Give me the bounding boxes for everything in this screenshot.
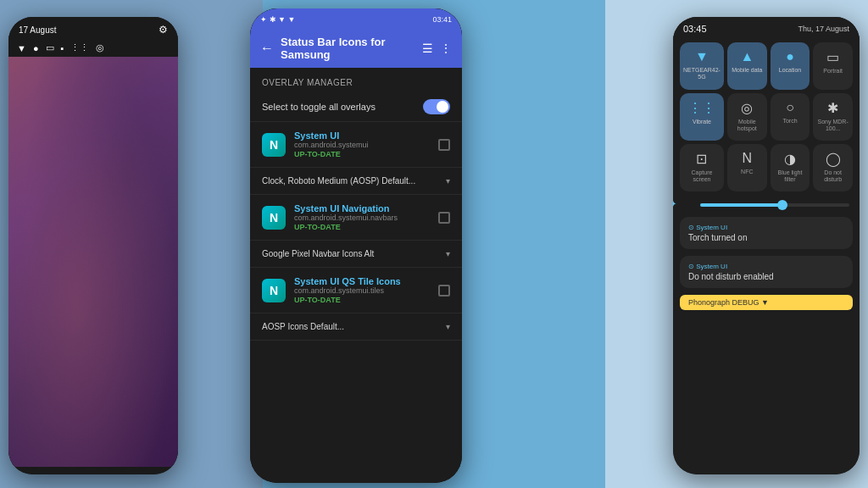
screenshot-qs-label: Capture screen xyxy=(683,169,721,184)
tiles-icon: N xyxy=(262,279,286,302)
wifi-icon: ▼ xyxy=(17,43,26,53)
mobile-qs-label: Mobile data xyxy=(732,67,762,74)
bottom-bar-label: Phonograph DEBUG ▼ xyxy=(688,298,769,307)
overlay-item-systemui: N System UI com.android.systemui UP-TO-D… xyxy=(250,122,462,168)
vibrate-icon: ⋮⋮ xyxy=(70,42,89,53)
center-toolbar: ← Status Bar Icons for Samsung ☰ ⋮ xyxy=(250,29,462,68)
battery-icon: ▪ xyxy=(61,43,64,53)
qs-tile-dnd[interactable]: ◯ Do not disturb xyxy=(813,144,853,191)
tablet-icon: ▭ xyxy=(46,42,54,53)
brightness-thumb[interactable] xyxy=(777,200,787,210)
torch-qs-label: Torch xyxy=(782,118,797,125)
left-status-bar: 17 August ⚙ xyxy=(8,17,178,39)
navbars-icon: N xyxy=(262,206,286,230)
qs-tile-bluelight[interactable]: ◑ Blue light filter xyxy=(771,144,810,191)
phone-right: 03:45 Thu, 17 August ▼ NETGEAR42-5G ▲ Mo… xyxy=(673,17,860,474)
systemui-info: System UI com.android.systemui UP-TO-DAT… xyxy=(294,130,430,158)
tiles-name: System UI QS Tile Icons xyxy=(294,276,430,286)
tiles-dropdown[interactable]: AOSP Icons Default... ▾ xyxy=(250,313,462,341)
navbars-dropdown-label: Google Pixel Navbar Icons Alt xyxy=(262,249,374,258)
wifi-qs-icon: ▼ xyxy=(695,49,709,64)
qs-tile-bluetooth[interactable]: ✱ Sony MDR-100... xyxy=(813,93,853,141)
bottom-bar[interactable]: Phonograph DEBUG ▼ xyxy=(680,295,853,310)
notif-torch-msg: Torch turned on xyxy=(688,233,844,242)
portrait-qs-label: Portrait xyxy=(823,68,843,75)
back-button[interactable]: ← xyxy=(260,41,274,56)
brightness-fill xyxy=(700,203,782,207)
navbars-dropdown[interactable]: Google Pixel Navbar Icons Alt ▾ xyxy=(250,241,462,268)
qs-tile-hotspot[interactable]: ◎ Mobile hotspot xyxy=(727,93,767,141)
qs-tile-location[interactable]: ● Location xyxy=(771,42,810,90)
systemui-status: UP-TO-DATE xyxy=(294,150,430,158)
qs-tile-mobile[interactable]: ▲ Mobile data xyxy=(727,42,767,90)
vibrate-qs-label: Vibrate xyxy=(693,119,711,125)
bluelight-qs-label: Blue light filter xyxy=(774,169,807,184)
notif-dnd-msg: Do not disturb enabled xyxy=(688,272,844,281)
systemui-dropdown-label: Clock, Roboto Medium (AOSP) Default... xyxy=(262,176,415,186)
qs-tile-portrait[interactable]: ▭ Portrait xyxy=(813,42,853,90)
location-qs-label: Location xyxy=(779,67,801,74)
phone-right-screen: 03:45 Thu, 17 August ▼ NETGEAR42-5G ▲ Mo… xyxy=(673,17,860,474)
bluetooth-qs-label: Sony MDR-100... xyxy=(816,119,849,133)
right-date: Thu, 17 August xyxy=(798,25,849,33)
nfc-qs-icon: N xyxy=(743,151,753,166)
right-time: 03:45 xyxy=(683,24,707,34)
tiles-dropdown-label: AOSP Icons Default... xyxy=(262,322,344,331)
navbars-name: System UI Navigation xyxy=(294,203,430,214)
navbars-checkbox[interactable] xyxy=(438,212,450,224)
tiles-status: UP-TO-DATE xyxy=(294,296,430,304)
tiles-pkg: com.android.systemui.tiles xyxy=(294,286,430,295)
toolbar-title: Status Bar Icons for Samsung xyxy=(281,36,415,61)
systemui-dropdown[interactable]: Clock, Roboto Medium (AOSP) Default... ▾ xyxy=(250,168,462,195)
screenshot-qs-icon: ⊡ xyxy=(696,151,707,167)
systemui-checkbox[interactable] xyxy=(438,139,450,151)
bluelight-qs-icon: ◑ xyxy=(784,151,796,167)
dnd-qs-label: Do not disturb xyxy=(816,169,849,184)
notification-dnd: ⊙ System UI Do not disturb enabled xyxy=(680,256,853,288)
brightness-row[interactable]: ✦ xyxy=(673,197,860,214)
section-header: OVERLAY MANAGER xyxy=(250,68,462,92)
more-icon[interactable]: ⋮ xyxy=(440,42,452,55)
qs-tile-vibrate[interactable]: ⋮⋮ Vibrate xyxy=(680,93,724,141)
overlay-item-navbars: N System UI Navigation com.android.syste… xyxy=(250,195,462,241)
toggle-all-label: Select to toggle all overlays xyxy=(262,102,376,112)
systemui-pkg: com.android.systemui xyxy=(294,141,430,149)
systemui-dropdown-arrow: ▾ xyxy=(446,176,450,186)
qs-tile-torch[interactable]: ○ Torch xyxy=(771,93,810,141)
brightness-bar xyxy=(700,203,849,207)
phone-left: 17 August ⚙ ▼ ● ▭ ▪ ⋮⋮ ◎ xyxy=(8,17,178,474)
qs-grid: ▼ NETGEAR42-5G ▲ Mobile data ● Location … xyxy=(673,37,860,197)
notification-torch: ⊙ System UI Torch turned on xyxy=(680,217,853,249)
wifi-qs-label: NETGEAR42-5G xyxy=(683,67,721,81)
location-qs-icon: ● xyxy=(786,49,794,64)
portrait-qs-icon: ▭ xyxy=(826,49,839,65)
navbars-pkg: com.android.systemui.navbars xyxy=(294,214,430,222)
qs-tile-nfc[interactable]: N NFC xyxy=(727,144,767,191)
navbars-status: UP-TO-DATE xyxy=(294,223,430,231)
systemui-icon: N xyxy=(262,133,286,157)
notif-torch-source: ⊙ System UI xyxy=(688,224,844,231)
gear-icon: ⚙ xyxy=(159,24,168,36)
phone-center: ✦ ✱ ▼ ▼ 03:41 ← Status Bar Icons for Sam… xyxy=(250,8,462,483)
overlay-item-tiles: N System UI QS Tile Icons com.android.sy… xyxy=(250,268,462,313)
phone-center-screen: ✦ ✱ ▼ ▼ 03:41 ← Status Bar Icons for Sam… xyxy=(250,8,462,483)
hotspot-qs-icon: ◎ xyxy=(741,100,753,116)
tiles-info: System UI QS Tile Icons com.android.syst… xyxy=(294,276,430,304)
toggle-all-row[interactable]: Select to toggle all overlays xyxy=(250,92,462,122)
center-content: OVERLAY MANAGER Select to toggle all ove… xyxy=(250,68,462,483)
center-status-bar: ✦ ✱ ▼ ▼ 03:41 xyxy=(250,8,462,29)
phone-left-screen: 17 August ⚙ ▼ ● ▭ ▪ ⋮⋮ ◎ xyxy=(8,17,178,474)
tiles-checkbox[interactable] xyxy=(438,285,450,297)
systemui-name: System UI xyxy=(294,130,430,141)
qs-tile-wifi[interactable]: ▼ NETGEAR42-5G xyxy=(680,42,724,90)
navbars-dropdown-arrow: ▾ xyxy=(446,249,450,258)
list-icon[interactable]: ☰ xyxy=(422,42,433,55)
hotspot-icon: ◎ xyxy=(96,42,104,53)
notif-dnd-source: ⊙ System UI xyxy=(688,263,844,270)
dnd-qs-icon: ◯ xyxy=(826,151,841,167)
brightness-icon: ✦ xyxy=(673,199,676,208)
qs-tile-screenshot[interactable]: ⊡ Capture screen xyxy=(680,144,724,191)
left-wallpaper xyxy=(8,57,178,467)
left-time-date: 17 August xyxy=(19,25,56,35)
toggle-all-switch[interactable] xyxy=(423,99,450,114)
